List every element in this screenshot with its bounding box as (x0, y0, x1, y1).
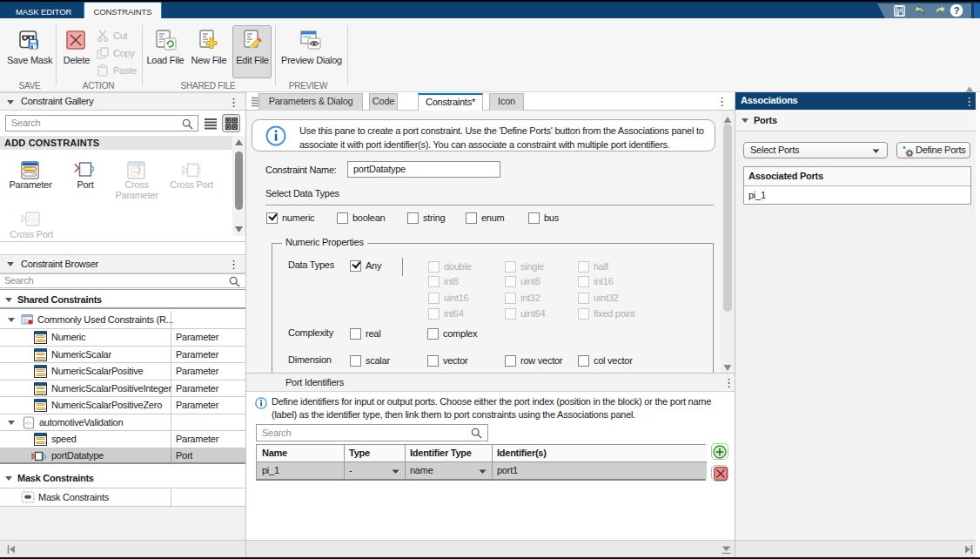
svg-text:?: ? (954, 5, 960, 16)
svg-text:<>: <> (25, 421, 31, 426)
